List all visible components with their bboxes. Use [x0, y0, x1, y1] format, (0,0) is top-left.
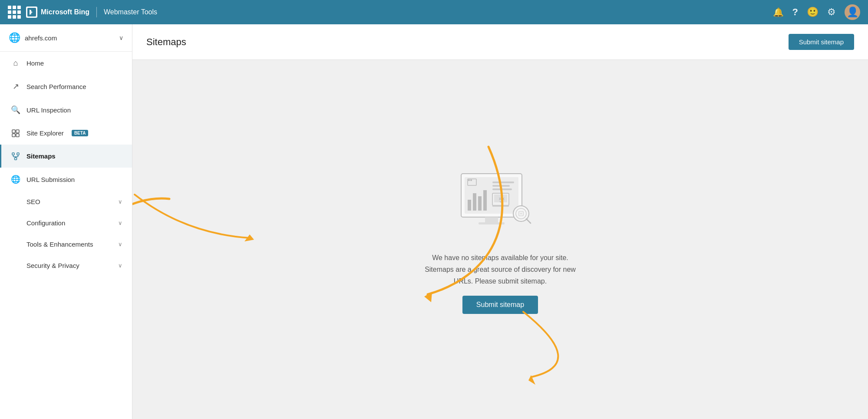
sidebar-item-tools-enhancements[interactable]: Tools & Enhancements ∨: [0, 234, 132, 255]
feedback-icon[interactable]: 🙂: [807, 7, 818, 18]
site-globe-icon: 🌐: [9, 32, 20, 43]
trending-up-icon: ↗: [11, 82, 20, 91]
sitemaps-icon: [11, 152, 20, 161]
sidebar-item-url-submission-label: URL Submission: [26, 176, 75, 183]
topnav-right: 🔔 ? 🙂 ⚙ 👤: [773, 4, 860, 20]
svg-rect-25: [492, 181, 514, 183]
beta-badge: BETA: [72, 130, 88, 136]
svg-rect-1: [12, 130, 15, 133]
submit-sitemap-button-center[interactable]: Submit sitemap: [462, 296, 538, 314]
sidebar-item-sitemaps[interactable]: Sitemaps: [0, 145, 132, 168]
brand-name: Microsoft Bing: [41, 8, 89, 16]
sidebar-item-security-privacy[interactable]: Security & Privacy ∨: [0, 255, 132, 276]
svg-rect-4: [16, 134, 19, 137]
site-selector[interactable]: 🌐 ahrefs.com ∨: [0, 24, 132, 52]
svg-rect-27: [492, 188, 512, 190]
svg-text:x x: x x: [499, 196, 505, 201]
sidebar-item-home[interactable]: ⌂ Home: [0, 52, 132, 75]
sidebar-item-url-inspection-label: URL Inspection: [26, 106, 71, 114]
svg-rect-5: [12, 153, 14, 155]
tools-enhancements-label: Tools & Enhancements: [26, 241, 112, 248]
svg-marker-13: [528, 375, 535, 385]
svg-line-34: [526, 219, 531, 223]
empty-state-message: We have no sitemaps available for your s…: [418, 252, 583, 287]
product-title: Webmaster Tools: [104, 8, 157, 16]
body-area: 🌐 ahrefs.com ∨ ⌂ Home ↗ Search Performan…: [0, 24, 868, 419]
page-title: Sitemaps: [146, 36, 186, 48]
topnav-left: Microsoft Bing Webmaster Tools: [8, 6, 157, 19]
svg-rect-6: [17, 153, 19, 155]
svg-rect-17: [479, 222, 505, 224]
sidebar-item-site-explorer-label: Site Explorer: [26, 129, 64, 137]
site-chevron-icon: ∨: [119, 34, 123, 41]
nav-divider: [96, 7, 97, 17]
page-header: Sitemaps Submit sitemap: [132, 24, 868, 60]
submit-sitemap-button-header[interactable]: Submit sitemap: [789, 34, 854, 50]
svg-rect-31: [492, 205, 509, 207]
svg-rect-3: [12, 134, 15, 137]
user-avatar[interactable]: 👤: [845, 4, 860, 20]
svg-rect-7: [15, 158, 17, 160]
sidebar-item-url-inspection[interactable]: 🔍 URL Inspection: [0, 98, 132, 122]
sidebar-item-configuration[interactable]: Configuration ∨: [0, 212, 132, 234]
svg-point-23: [468, 179, 470, 181]
apps-grid-icon[interactable]: [8, 6, 21, 19]
home-icon: ⌂: [11, 59, 20, 68]
svg-rect-19: [473, 193, 476, 211]
url-submission-icon: 🌐: [11, 175, 20, 184]
sidebar: 🌐 ahrefs.com ∨ ⌂ Home ↗ Search Performan…: [0, 24, 132, 419]
svg-rect-2: [16, 130, 19, 133]
seo-label: SEO: [26, 198, 112, 205]
svg-rect-16: [485, 217, 498, 222]
svg-rect-21: [483, 190, 487, 211]
svg-rect-26: [492, 185, 510, 187]
configuration-label: Configuration: [26, 219, 112, 227]
svg-rect-18: [468, 200, 471, 211]
sidebar-item-seo[interactable]: SEO ∨: [0, 191, 132, 212]
svg-marker-12: [244, 234, 254, 241]
sidebar-item-url-submission[interactable]: 🌐 URL Submission: [0, 168, 132, 191]
brand-logo: Microsoft Bing: [26, 7, 89, 18]
settings-icon[interactable]: ⚙: [827, 7, 836, 18]
site-name: ahrefs.com: [25, 34, 115, 42]
security-chevron-icon: ∨: [118, 262, 122, 269]
top-navigation: Microsoft Bing Webmaster Tools 🔔 ? 🙂 ⚙ 👤: [0, 0, 868, 24]
main-body: x x We have no sitemaps available for yo…: [132, 60, 868, 419]
empty-state: x x We have no sitemaps available for yo…: [418, 165, 583, 314]
security-privacy-label: Security & Privacy: [26, 262, 112, 269]
sidebar-item-search-performance[interactable]: ↗ Search Performance: [0, 75, 132, 98]
svg-point-24: [470, 179, 472, 181]
sidebar-item-site-explorer[interactable]: Site Explorer BETA: [0, 122, 132, 145]
sidebar-item-home-label: Home: [26, 59, 44, 67]
config-chevron-icon: ∨: [118, 220, 122, 226]
main-content: Sitemaps Submit sitemap: [132, 24, 868, 419]
empty-state-illustration: x x: [452, 165, 548, 243]
url-search-icon: 🔍: [11, 105, 20, 115]
sidebar-item-search-performance-label: Search Performance: [26, 83, 86, 90]
tools-chevron-icon: ∨: [118, 241, 122, 247]
bing-logo-icon: [26, 7, 37, 18]
help-icon[interactable]: ?: [792, 7, 798, 18]
bell-icon[interactable]: 🔔: [773, 7, 784, 17]
svg-rect-20: [478, 196, 482, 211]
site-explorer-icon: [11, 129, 20, 138]
seo-chevron-icon: ∨: [118, 198, 122, 205]
sidebar-item-sitemaps-label: Sitemaps: [26, 152, 56, 160]
